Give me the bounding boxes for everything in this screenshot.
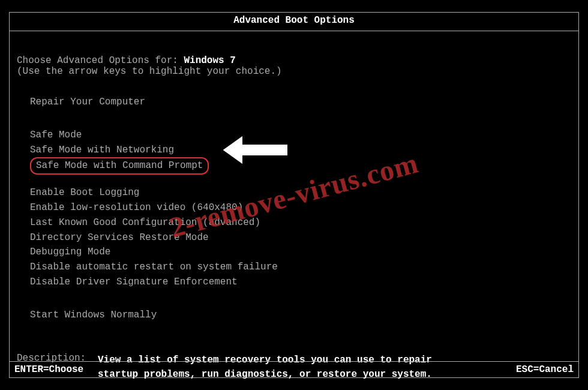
choose-prefix: Choose Advanced Options for: — [17, 55, 184, 66]
option-lkgc[interactable]: Last Known Good Configuration (advanced) — [30, 215, 571, 230]
footer-bar: ENTER=Choose ESC=Cancel — [10, 361, 578, 377]
title-bar: Advanced Boot Options — [10, 13, 578, 31]
option-no-sig[interactable]: Disable Driver Signature Enforcement — [30, 275, 571, 290]
boot-screen: Advanced Boot Options Choose Advanced Op… — [9, 12, 579, 378]
choose-line: Choose Advanced Options for: Windows 7 — [17, 55, 571, 66]
option-boot-logging[interactable]: Enable Boot Logging — [30, 185, 571, 200]
footer-enter: ENTER=Choose — [14, 364, 83, 375]
content-area: Choose Advanced Options for: Windows 7 (… — [10, 55, 578, 382]
option-low-res[interactable]: Enable low-resolution video (640x480) — [30, 200, 571, 215]
repair-section: Repair Your Computer — [30, 95, 571, 110]
highlighted-option-wrap: Safe Mode with Command Prompt — [30, 157, 209, 175]
option-debug[interactable]: Debugging Mode — [30, 245, 571, 260]
option-safe-mode[interactable]: Safe Mode — [30, 128, 571, 143]
option-repair[interactable]: Repair Your Computer — [30, 95, 571, 110]
hint-line: (Use the arrow keys to highlight your ch… — [17, 66, 571, 77]
start-normal-section: Start Windows Normally — [30, 308, 571, 323]
option-start-normal[interactable]: Start Windows Normally — [30, 308, 571, 323]
option-dsrm[interactable]: Directory Services Restore Mode — [30, 230, 571, 245]
os-name: Windows 7 — [184, 55, 235, 66]
title-text: Advanced Boot Options — [233, 15, 355, 26]
footer-esc: ESC=Cancel — [516, 364, 574, 375]
option-safe-mode-cmd[interactable]: Safe Mode with Command Prompt — [30, 157, 209, 175]
option-safe-mode-networking[interactable]: Safe Mode with Networking — [30, 143, 571, 158]
safe-mode-section: Safe Mode Safe Mode with Networking Safe… — [30, 128, 571, 175]
advanced-section: Enable Boot Logging Enable low-resolutio… — [30, 185, 571, 290]
option-no-auto-restart[interactable]: Disable automatic restart on system fail… — [30, 260, 571, 275]
